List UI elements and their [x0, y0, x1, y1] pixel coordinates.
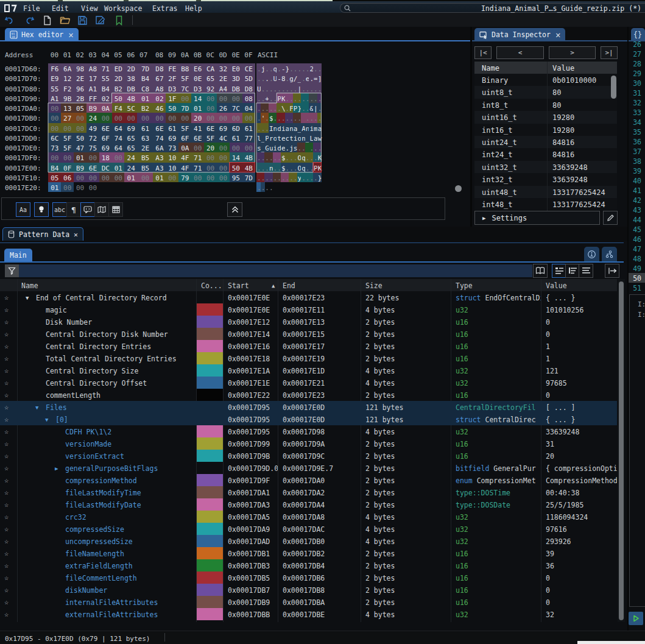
- save-icon[interactable]: [77, 15, 88, 26]
- favorite-star-icon[interactable]: ☆: [4, 439, 9, 448]
- hex-byte-cell[interactable]: 61: [166, 123, 179, 133]
- hex-byte-cell[interactable]: 17: [86, 73, 100, 83]
- editor-line-number[interactable]: 40: [629, 175, 645, 185]
- hex-byte-cell[interactable]: 00: [74, 123, 87, 133]
- editor-line-number[interactable]: 41: [629, 185, 645, 195]
- pattern-color-swatch[interactable]: [197, 474, 223, 486]
- hex-byte-cell[interactable]: E0: [230, 63, 243, 73]
- hex-byte-cell[interactable]: 96: [74, 83, 87, 93]
- col-size[interactable]: Size: [365, 281, 382, 290]
- hex-byte-cell[interactable]: 14: [230, 152, 243, 162]
- editor-line-number[interactable]: 42: [629, 195, 645, 205]
- hex-byte-cell[interactable]: 00: [86, 182, 100, 192]
- pattern-row-end-of-central-directory-record[interactable]: ☆▼End of Central Directory Record0x00017…: [0, 291, 617, 303]
- hex-byte-cell[interactable]: 69: [124, 123, 138, 133]
- editor-line-number[interactable]: 45: [629, 224, 645, 234]
- hex-byte-cell[interactable]: 2E: [137, 143, 153, 152]
- pattern-row-commentlength[interactable]: ☆commentLength0x00017E220x00017E232 byte…: [0, 389, 617, 401]
- hex-byte-cell[interactable]: B9: [86, 103, 100, 113]
- hex-byte-cell[interactable]: 55: [99, 73, 113, 83]
- hex-byte-cell[interactable]: CE: [242, 63, 256, 73]
- editor-line-number[interactable]: 39: [629, 166, 645, 175]
- hex-byte-cell[interactable]: 00: [112, 113, 125, 122]
- hex-byte-cell[interactable]: F4: [112, 103, 125, 113]
- di-row-uint8_t[interactable]: uint8_t80: [474, 86, 617, 98]
- hex-byte-cell[interactable]: F6: [48, 63, 62, 73]
- hex-byte-cell[interactable]: 02: [153, 93, 166, 103]
- hex-byte-cell[interactable]: 00: [217, 113, 230, 122]
- hex-byte-cell[interactable]: 04: [242, 103, 256, 113]
- hex-byte-cell[interactable]: 4B: [124, 93, 138, 103]
- hex-byte-cell[interactable]: 01: [48, 182, 62, 192]
- pattern-color-swatch[interactable]: [197, 364, 223, 377]
- hex-byte-cell[interactable]: 1F: [166, 93, 179, 103]
- tree-view-button[interactable]: [552, 264, 566, 278]
- favorite-star-icon[interactable]: ☆: [4, 427, 9, 436]
- hex-byte-cell[interactable]: 49: [86, 123, 100, 133]
- hex-byte-cell[interactable]: 9B: [61, 93, 74, 103]
- hex-byte-cell[interactable]: 6C: [48, 133, 62, 143]
- hex-byte-cell[interactable]: 27: [61, 113, 74, 122]
- hex-byte-cell[interactable]: 50: [166, 103, 179, 113]
- hex-byte-cell[interactable]: 13: [61, 103, 74, 113]
- tree-compact-button[interactable]: [565, 264, 580, 278]
- favorite-star-icon[interactable]: ☆: [4, 451, 9, 460]
- hex-byte-cell[interactable]: DB: [124, 83, 138, 93]
- favorite-star-icon[interactable]: ☆: [4, 610, 9, 618]
- favorite-star-icon[interactable]: ☆: [4, 500, 9, 509]
- favorite-star-icon[interactable]: ☆: [4, 391, 9, 399]
- hex-byte-cell[interactable]: B4: [137, 73, 153, 83]
- hex-byte-cell[interactable]: A8: [86, 63, 100, 73]
- favorite-star-icon[interactable]: ☆: [4, 476, 9, 484]
- hex-byte-cell[interactable]: 5F: [178, 73, 192, 83]
- pattern-row-generalpurposebitflags[interactable]: ☆▶generalPurposeBitFlags0x00017D9D.00x00…: [0, 462, 617, 474]
- editor-line-number[interactable]: 33: [629, 107, 645, 117]
- favorite-star-icon[interactable]: ☆: [4, 342, 9, 350]
- hex-byte-cell[interactable]: 00: [112, 152, 125, 162]
- hex-byte-cell[interactable]: 00: [204, 152, 217, 162]
- hex-byte-cell[interactable]: 4C: [217, 133, 230, 143]
- hex-byte-cell[interactable]: 7C: [178, 83, 192, 93]
- hex-byte-cell[interactable]: 38: [124, 73, 138, 83]
- hex-byte-cell[interactable]: 00: [191, 143, 205, 152]
- hex-byte-cell[interactable]: 00: [48, 152, 62, 162]
- tab-hex-editor[interactable]: 0110 Hex editor ✕: [5, 28, 79, 41]
- hex-byte-cell[interactable]: A1: [48, 93, 62, 103]
- hex-byte-cell[interactable]: 05: [48, 172, 62, 182]
- pattern-color-swatch[interactable]: [197, 486, 223, 498]
- pattern-row-filelastmodifytime[interactable]: ☆fileLastModifyTime0x00017DA10x00017DA22…: [0, 486, 617, 498]
- hex-byte-cell[interactable]: B4: [99, 83, 113, 93]
- hex-byte-cell[interactable]: 00: [217, 152, 230, 162]
- hex-byte-cell[interactable]: B5: [137, 152, 153, 162]
- hex-byte-cell[interactable]: 00: [61, 182, 74, 192]
- favorite-star-icon[interactable]: ☆: [4, 488, 9, 497]
- hex-byte-cell[interactable]: 01: [153, 172, 166, 182]
- tree-arrow-icon[interactable]: ▼: [45, 417, 48, 423]
- hex-byte-cell[interactable]: 6F: [99, 133, 113, 143]
- hex-byte-cell[interactable]: 00: [204, 163, 217, 172]
- menu-workspace[interactable]: Workspace: [104, 4, 142, 13]
- hex-byte-cell[interactable]: 32: [217, 63, 230, 73]
- pattern-row-disknumber[interactable]: ☆diskNumber0x00017DB70x00017DB82 bytesu1…: [0, 584, 617, 596]
- hex-byte-cell[interactable]: 7C: [230, 103, 243, 113]
- hex-byte-cell[interactable]: 50: [230, 163, 243, 172]
- hex-byte-cell[interactable]: 65: [204, 73, 217, 83]
- hex-byte-cell[interactable]: 00: [74, 172, 87, 182]
- tab-main[interactable]: Main: [4, 249, 32, 261]
- hex-byte-cell[interactable]: 64: [112, 143, 125, 152]
- hex-byte-cell[interactable]: CA: [204, 63, 217, 73]
- hex-byte-cell[interactable]: 24: [124, 152, 138, 162]
- hex-byte-cell[interactable]: 14: [191, 93, 205, 103]
- run-pattern-button[interactable]: [629, 612, 643, 625]
- hex-row[interactable]: 00017DF0:00.00.01.00.18.00.24$B5.A3.10.4…: [0, 152, 341, 162]
- pattern-color-swatch[interactable]: [197, 328, 223, 340]
- editor-line-number[interactable]: 38: [629, 156, 645, 166]
- editor-line-number[interactable]: 50: [629, 273, 645, 283]
- editor-line-number[interactable]: 27: [629, 49, 645, 58]
- pattern-row-filenamelength[interactable]: ☆fileNameLength0x00017DB10x00017DB22 byt…: [0, 547, 617, 559]
- hex-row[interactable]: 00017E10:05.06.00.00.00.00.01.00.01.00.7…: [0, 172, 341, 182]
- di-row-int8_t[interactable]: int8_t80: [474, 99, 617, 111]
- hex-byte-cell[interactable]: 01: [112, 163, 125, 172]
- pattern-row-filecommentlength[interactable]: ☆fileCommentLength0x00017DB50x00017DB62 …: [0, 571, 617, 584]
- hex-byte-cell[interactable]: 10: [166, 163, 179, 172]
